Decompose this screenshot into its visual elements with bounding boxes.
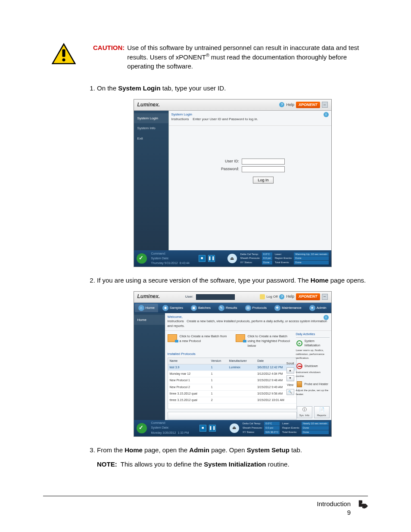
help-label[interactable]: Help (286, 294, 294, 299)
results-icon: ✎ (218, 305, 224, 311)
daily-activities-panel: Daily Activities System Initialization L… (296, 332, 330, 399)
nav-home[interactable]: ⌂Home (135, 304, 158, 312)
command-bar (168, 412, 297, 420)
nav-samples[interactable]: ◆Samples (159, 304, 187, 312)
play-icon (296, 340, 302, 346)
help-label[interactable]: Help (286, 102, 294, 108)
steps-list: On the System Login tab, type your user … (43, 84, 368, 454)
daily-title: Daily Activities (296, 332, 330, 338)
info-icon[interactable]: i (324, 315, 329, 320)
brand-corner-icon (357, 500, 368, 511)
pause-button[interactable]: ❚❚ (209, 425, 216, 432)
system-initialization-button[interactable]: System Initialization (296, 339, 330, 348)
scroll-up-button[interactable]: ▲ (286, 367, 294, 373)
side-tab-home[interactable]: Home (134, 315, 165, 325)
create-batch-highlighted-protocol[interactable]: Click to Create a new Batch using the hi… (236, 334, 295, 348)
probe-heater-button[interactable]: Probe and Heater (296, 381, 330, 388)
side-nav: System Login System Info Exit (134, 111, 168, 250)
home-screenshot: Luminex. User: Log Off ? Help XPONENT – … (134, 291, 332, 437)
table-row[interactable]: Monday mar 1213/12/2012 4:04 PM (168, 371, 296, 377)
tab-system-login[interactable]: System Login (134, 113, 168, 124)
nav-protocols[interactable]: ▤Protocols (242, 304, 270, 312)
page-number: 9 (317, 508, 351, 517)
eject-button[interactable]: ⏏ (227, 254, 237, 263)
maintenance-icon: ✚ (274, 305, 280, 311)
tab-system-info[interactable]: System Info (134, 123, 168, 134)
note-label: NOTE: (97, 460, 117, 468)
pause-button[interactable]: ❚❚ (208, 255, 215, 262)
info-icon[interactable]: i (324, 112, 329, 117)
stop-button[interactable]: ■ (199, 425, 206, 432)
xponent-badge: XPONENT (296, 293, 320, 300)
status-ok-icon (137, 253, 147, 264)
table-row[interactable]: three 3.15.2012 qual23/15/2012 10:01 AM (168, 397, 296, 403)
key-icon (260, 294, 265, 299)
eject-button[interactable]: ⏏ (230, 423, 239, 433)
table-row[interactable]: test 3.91Luminex3/6/2012 12:42 PM (168, 364, 296, 371)
log-in-button[interactable]: Log In (253, 177, 273, 184)
reports-button[interactable]: 📄Reports (314, 406, 330, 418)
scroll-label: Scroll (286, 361, 294, 366)
minimize-button[interactable]: – (322, 294, 328, 300)
instructions-label: Instructions (171, 117, 189, 121)
col-name[interactable]: Name (168, 358, 209, 364)
user-field (196, 294, 235, 300)
stop-button[interactable]: ■ (199, 255, 206, 262)
nav-maintenance[interactable]: ✚Maintenance (271, 304, 305, 312)
nav-results[interactable]: ✎Results (215, 304, 241, 312)
probe-icon (297, 381, 302, 387)
shutdown-button[interactable]: Shutdown (296, 363, 330, 370)
brand-logo: Luminex. (137, 293, 160, 300)
password-label: Password: (215, 166, 239, 172)
document-icon: 📄 (319, 407, 324, 413)
caution-label: CAUTION: (93, 43, 125, 71)
step-2: If you are using a secure version of the… (97, 276, 368, 437)
batch-icon (168, 334, 177, 342)
password-input[interactable] (242, 166, 285, 172)
minimize-button[interactable]: – (322, 102, 328, 108)
welcome-label: Welcome, (165, 313, 331, 320)
instructions-label: Instructions (168, 319, 184, 323)
admin-icon: ★ (309, 305, 315, 311)
side-nav: Home (134, 313, 165, 420)
help-icon[interactable]: ? (279, 294, 284, 299)
user-label: User: (185, 294, 193, 299)
table-row[interactable]: New Protocol 113/15/2012 9:48 AM (168, 377, 296, 384)
batch-icon (236, 334, 245, 342)
table-row[interactable]: New Protocol 213/15/2012 9:49 AM (168, 384, 296, 390)
info-icon: ⓘ (302, 407, 307, 413)
nav-batches[interactable]: ▣Batches (187, 304, 214, 312)
table-row[interactable]: three 3.15.2012 qual13/15/2012 9:58 AM (168, 390, 296, 397)
section-name: Introduction (317, 500, 351, 508)
tab-exit[interactable]: Exit (134, 134, 168, 144)
svg-rect-1 (62, 50, 65, 57)
nav-admin[interactable]: ★Admin (306, 304, 330, 312)
create-batch-new-protocol[interactable]: Click to Create a new Batch from a new P… (168, 334, 227, 348)
col-version[interactable]: Version (209, 358, 227, 364)
status-bar: Command: System Date: Monday 3/26/2012 1… (134, 420, 331, 436)
samples-icon: ◆ (162, 305, 168, 311)
protocols-icon: ▤ (245, 305, 251, 311)
status-bar: Command: System Date: Thursday 5/31/2012… (134, 250, 331, 267)
scroll-down-button[interactable]: ▼ (286, 375, 294, 381)
svg-rect-5 (359, 504, 364, 507)
warning-icon (52, 43, 76, 65)
log-off-button[interactable]: Log Off (260, 294, 277, 299)
user-id-input[interactable] (242, 159, 285, 165)
main-nav: ⌂Home ◆Samples ▣Batches ✎Results ▤Protoc… (134, 303, 331, 313)
zoom-button[interactable]: 🔍 (286, 389, 294, 395)
view-label: View (287, 383, 293, 387)
col-manufacturer[interactable]: Manufacturer (227, 358, 256, 364)
power-icon (296, 363, 302, 369)
brand-logo: Luminex. (137, 101, 160, 109)
xponent-badge: XPONENT (296, 102, 320, 108)
help-icon[interactable]: ? (279, 102, 284, 107)
instructions-text: Create a new batch, view installed proto… (168, 319, 327, 328)
step-1: On the System Login tab, type your user … (97, 84, 368, 267)
window-titlebar: Luminex. User: Log Off ? Help XPONENT – (134, 292, 331, 303)
protocols-table: Name Version Manufacturer Date test 3.91… (168, 358, 297, 409)
note-block: NOTE: This allows you to define the Syst… (97, 460, 368, 468)
caution-block: CAUTION: Use of this software by untrain… (43, 43, 368, 71)
sys-info-button[interactable]: ⓘSys. Info (297, 406, 312, 418)
caution-text: Use of this software by untrained person… (127, 43, 368, 71)
